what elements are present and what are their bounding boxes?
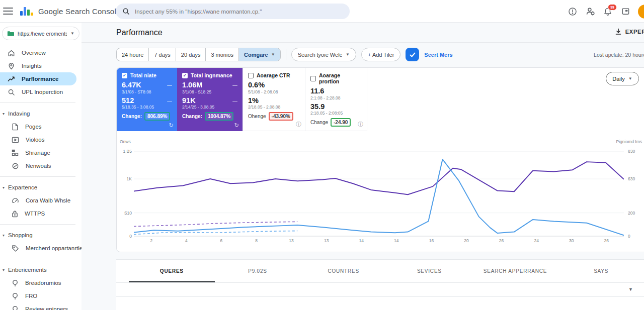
left-axis-tick: 1K	[118, 176, 132, 181]
metric-period: 3/1/08 - ST8:08	[122, 89, 172, 95]
left-axis-title: Onws	[120, 139, 131, 144]
removals-icon	[12, 162, 19, 170]
metric-checkbox[interactable]: ✓	[122, 73, 127, 78]
metric-label: Total niate	[130, 72, 156, 78]
sidebar-item-pages[interactable]: Poges	[0, 120, 82, 133]
right-axis-title: Pigniomd Ims	[616, 139, 642, 144]
tab-pages[interactable]: P9.02S	[215, 260, 301, 282]
sidebar-item-sitemaps[interactable]: Shranage	[0, 146, 82, 159]
sidebar-section-shopping[interactable]: ▾ Shopping	[0, 229, 82, 242]
sidebar-item-label: Breadorumios	[25, 280, 61, 286]
metric-label: Aoarage prortion	[319, 72, 362, 84]
sidebar-item-faq[interactable]: FRO	[0, 289, 82, 302]
metric-card-average-ctr[interactable]: Aoarage CTR 0.6%— 5/1/08 - 2:08.08 1%— 2…	[243, 68, 305, 131]
sidebar-item-label: Shranage	[25, 150, 50, 156]
metric-value: 11.6	[310, 87, 324, 95]
sidebar-item-videos[interactable]: Violoos	[0, 133, 82, 146]
metric-checkbox[interactable]	[248, 73, 254, 78]
sidebar-item-url-inspection[interactable]: UPL Inoperction	[0, 85, 82, 98]
range-24-hours[interactable]: 24 houre	[117, 48, 148, 61]
tab-devices[interactable]: SEVICES	[386, 260, 472, 282]
avatar[interactable]	[638, 5, 644, 19]
search-type-filter[interactable]: Search tyoie Welc ▼	[291, 48, 356, 61]
rich-result-icon	[12, 279, 19, 287]
url-inspect-searchbar[interactable]	[116, 4, 350, 19]
sidebar-item-overview[interactable]: Overview	[0, 46, 82, 59]
filter-toggle-button[interactable]	[406, 48, 419, 61]
sidebar-item-insights[interactable]: Insights	[0, 59, 82, 72]
export-label: EXPER	[625, 29, 644, 35]
range-compare[interactable]: Comgare ▼	[238, 48, 280, 61]
triangle-down-icon[interactable]: ▼	[628, 287, 633, 292]
range-3-months[interactable]: 3 monios	[205, 48, 238, 61]
section-label: Expartence	[8, 184, 37, 190]
metric-card-total-impressions[interactable]: ✓ Total ingnmance 1.06M— 3/1/08 - S18:25…	[177, 68, 243, 131]
sidebar-section-enhancements[interactable]: ▾ Enbericements	[0, 263, 82, 276]
search-input[interactable]	[135, 9, 343, 15]
info-icon[interactable]: ⓘ	[358, 121, 363, 128]
metric-card-average-position[interactable]: Aoarage prortion 11.6— 2:1:08 - 2:28.08 …	[305, 68, 367, 131]
tab-queries[interactable]: QUERES	[129, 260, 215, 282]
refresh-icon[interactable]: ↻	[234, 122, 239, 129]
metric-value: 0.6%	[248, 81, 265, 89]
account-settings-icon[interactable]	[585, 7, 595, 17]
metric-value: 1%	[248, 96, 259, 105]
sidebar-item-label: Review enippers	[25, 306, 68, 310]
property-selector[interactable]: https:/hewe eroments... ▼	[2, 27, 79, 40]
insights-icon	[8, 62, 15, 70]
metric-label: Aoarage CTR	[257, 72, 290, 78]
metric-checkbox[interactable]	[310, 76, 316, 81]
smart-filters-link[interactable]: Seert Mers	[424, 52, 452, 58]
notification-badge: 99	[608, 4, 617, 11]
dimension-tabs-card: QUERES P9.02S COUNTRES SEVICES SEARCH AP…	[116, 259, 644, 310]
help-icon[interactable]	[568, 7, 578, 17]
sidebar-item-label: WTTPS	[25, 211, 45, 217]
sidebar-item-removals[interactable]: Nenwoals	[0, 159, 82, 172]
sidebar-item-breadcrumbs[interactable]: Breadorumios	[0, 276, 82, 289]
x-axis-tick: 14	[379, 238, 414, 243]
tab-search-appearance[interactable]: SEARCH APPERRANCE	[472, 260, 558, 282]
granularity-select[interactable]: Daily ▼	[606, 72, 639, 85]
tab-countries[interactable]: COUNTRES	[300, 260, 386, 282]
video-icon	[12, 137, 19, 143]
sidebar-item-https[interactable]: WTTPS	[0, 207, 82, 220]
speedometer-icon	[12, 197, 19, 204]
change-badge: 806.89%	[144, 112, 170, 121]
metric-card-total-clicks[interactable]: ✓ Total niate 6.47K— 3/1/08 - ST8:08 512…	[117, 68, 177, 131]
range-7-days[interactable]: 7 days	[148, 48, 175, 61]
add-filter-button[interactable]: + Add Tiler	[361, 48, 400, 61]
notifications-bell-icon[interactable]: 99	[603, 7, 613, 17]
metric-value: 91K	[182, 96, 196, 105]
metric-checkbox[interactable]: ✓	[182, 73, 188, 78]
menu-icon[interactable]	[3, 6, 13, 17]
page-title: Parformance	[116, 28, 163, 37]
home-icon	[8, 49, 15, 57]
performance-chart-card: ✓ Total niate 6.47K— 3/1/08 - ST8:08 512…	[116, 67, 644, 252]
filter-bar: 24 houre 7 days 20 days 3 monios Comgare…	[116, 48, 644, 61]
divider	[286, 49, 286, 60]
tab-dates[interactable]: SAYS	[558, 260, 644, 282]
sitemap-icon	[12, 149, 19, 156]
chevron-down-icon: ▾	[3, 112, 5, 116]
top-bar: Google Search Console 99	[0, 0, 644, 23]
range-28-days[interactable]: 20 days	[176, 48, 206, 61]
export-button[interactable]: EXPER	[615, 28, 644, 35]
change-badge: -43.90%	[269, 112, 293, 121]
apps-icon[interactable]	[620, 7, 630, 17]
sidebar-item-performance[interactable]: Parflormance	[0, 72, 76, 85]
section-label: Shopping	[8, 232, 33, 238]
sidebar-item-label: Poges	[25, 124, 42, 130]
compare-label: Comgare	[244, 52, 268, 58]
chevron-down-icon: ▾	[3, 268, 5, 272]
dimension-tabs: QUERES P9.02S COUNTRES SEVICES SEARCH AP…	[116, 260, 644, 283]
sidebar-item-merchant-opportunities[interactable]: Mercherd oppartanrties	[0, 242, 82, 255]
sidebar-section-experience[interactable]: ▾ Expartence	[0, 181, 82, 194]
chevron-down-icon: ▼	[346, 52, 350, 57]
chart-plot[interactable]	[134, 145, 624, 237]
sidebar-section-indexing[interactable]: ▾ Indaving	[0, 107, 82, 120]
sidebar-item-review-snippets[interactable]: Review enippers	[0, 302, 82, 310]
left-axis-tick: 0	[118, 234, 132, 239]
sidebar-item-core-web-vitals[interactable]: Cora Walb Whsle	[0, 194, 82, 207]
refresh-icon[interactable]: ↻	[169, 122, 174, 129]
info-icon[interactable]: ⓘ	[296, 121, 301, 128]
